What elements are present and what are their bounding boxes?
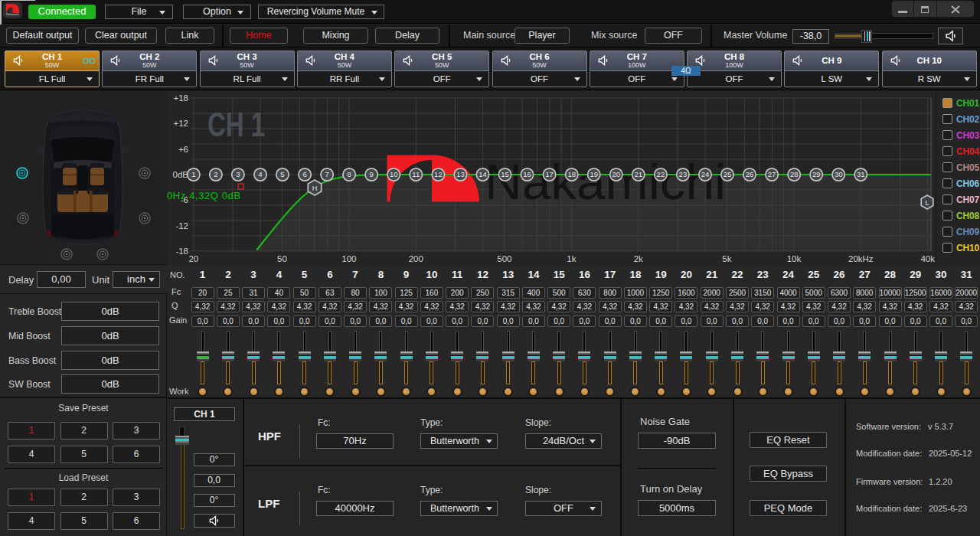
svg-text:15: 15 xyxy=(501,170,509,178)
svg-text:31: 31 xyxy=(857,170,865,178)
svg-text:-18: -18 xyxy=(175,247,188,256)
svg-text:0Hz 4,32Q 0dB: 0Hz 4,32Q 0dB xyxy=(167,190,241,201)
svg-text:21: 21 xyxy=(635,170,643,178)
svg-text:1: 1 xyxy=(191,170,195,178)
svg-text:+6: +6 xyxy=(178,145,188,154)
svg-text:5k: 5k xyxy=(722,254,731,263)
svg-text:30: 30 xyxy=(835,170,843,178)
svg-text:11: 11 xyxy=(412,170,420,178)
svg-text:H: H xyxy=(312,185,318,192)
svg-text:16: 16 xyxy=(523,170,531,178)
svg-text:100: 100 xyxy=(341,254,356,263)
svg-text:-12: -12 xyxy=(175,221,188,230)
svg-text:20: 20 xyxy=(188,254,198,263)
svg-text:22: 22 xyxy=(657,170,665,178)
svg-text:19: 19 xyxy=(590,170,598,178)
svg-text:20kHz: 20kHz xyxy=(848,254,874,263)
svg-text:29: 29 xyxy=(812,170,821,178)
svg-text:4: 4 xyxy=(258,170,262,178)
svg-text:13: 13 xyxy=(456,170,465,178)
svg-text:500: 500 xyxy=(497,254,511,263)
svg-text:0dB: 0dB xyxy=(173,170,189,179)
svg-text:12: 12 xyxy=(434,170,443,178)
svg-text:2: 2 xyxy=(214,170,217,178)
svg-text:26: 26 xyxy=(746,170,754,178)
svg-text:L: L xyxy=(925,199,929,207)
svg-text:24: 24 xyxy=(701,170,710,178)
svg-text:8: 8 xyxy=(347,170,351,178)
svg-text:40k: 40k xyxy=(920,254,935,263)
svg-text:9: 9 xyxy=(370,170,374,178)
svg-text:5: 5 xyxy=(280,170,284,178)
svg-text:23: 23 xyxy=(679,170,688,178)
svg-text:25: 25 xyxy=(724,170,732,178)
svg-text:3: 3 xyxy=(236,170,240,178)
svg-text:10: 10 xyxy=(390,170,398,178)
svg-text:200: 200 xyxy=(409,254,423,263)
svg-text:50: 50 xyxy=(277,254,287,263)
svg-text:2k: 2k xyxy=(634,254,643,263)
svg-text:27: 27 xyxy=(768,170,776,178)
svg-text:6: 6 xyxy=(302,170,306,178)
svg-text:20: 20 xyxy=(612,170,621,178)
svg-text:10k: 10k xyxy=(787,254,802,263)
svg-text:Nakamichi: Nakamichi xyxy=(485,154,726,210)
svg-text:+12: +12 xyxy=(173,119,188,128)
svg-text:28: 28 xyxy=(790,170,799,178)
svg-text:7: 7 xyxy=(325,170,328,178)
svg-text:CH 1: CH 1 xyxy=(207,106,265,143)
svg-text:1k: 1k xyxy=(567,254,576,263)
svg-text:17: 17 xyxy=(545,170,554,178)
svg-text:14: 14 xyxy=(479,170,487,178)
svg-text:+18: +18 xyxy=(173,93,188,103)
svg-text:18: 18 xyxy=(567,170,576,178)
